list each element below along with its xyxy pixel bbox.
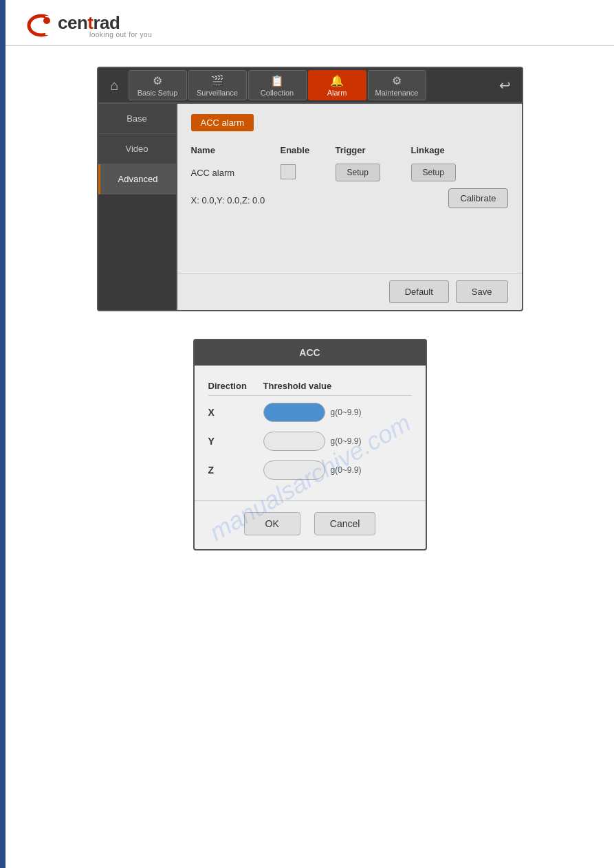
col-header-trigger: Trigger: [336, 145, 411, 155]
panel-footer: Default Save: [177, 273, 522, 310]
dialog-footer: OK Cancel: [195, 500, 426, 549]
home-button[interactable]: ⌂: [101, 71, 129, 99]
dir-y-label: Y: [208, 436, 263, 447]
logo: centrad looking out for you: [26, 12, 593, 38]
alarm-tag: ACC alarm: [191, 114, 254, 131]
tab-maintenance-label: Maintenance: [375, 89, 419, 97]
tab-surveillance-label: Surveillance: [197, 89, 238, 97]
collection-icon: 📋: [270, 74, 284, 87]
dir-x-label: X: [208, 407, 263, 418]
col-header-name: Name: [191, 145, 281, 155]
main-content-inner: ACC alarm Name Enable Trigger Linkage AC…: [177, 104, 522, 273]
logo-icon: [26, 13, 56, 38]
dir-z-input-group: g(0~9.9): [263, 460, 412, 480]
svg-point-2: [43, 17, 50, 24]
trigger-setup-button[interactable]: Setup: [336, 164, 380, 181]
coordinates-text: X: 0.0,Y: 0.0,Z: 0.0: [191, 195, 265, 205]
alarm-settings-panel: ⌂ ⚙ Basic Setup 🎬 Surveillance 📋 Collect…: [97, 67, 523, 311]
unit-z: g(0~9.9): [331, 465, 362, 475]
col-header-linkage: Linkage: [411, 145, 508, 155]
calibrate-button[interactable]: Calibrate: [448, 188, 507, 208]
maintenance-icon: ⚙: [392, 74, 402, 87]
cancel-button[interactable]: Cancel: [314, 512, 376, 535]
dialog-table-header: Direction Threshold value: [208, 377, 412, 396]
tab-collection[interactable]: 📋 Collection: [248, 70, 307, 100]
unit-y: g(0~9.9): [331, 436, 362, 446]
alarm-table-header: Name Enable Trigger Linkage: [191, 142, 508, 158]
sidebar-item-video[interactable]: Video: [98, 134, 176, 164]
threshold-z-input[interactable]: [263, 460, 325, 480]
dialog-col-direction: Direction: [208, 381, 263, 391]
nav-tabs: ⚙ Basic Setup 🎬 Surveillance 📋 Collectio…: [129, 70, 492, 100]
surveillance-icon: 🎬: [210, 74, 224, 87]
acc-dialog: ACC Direction Threshold value X g(0~9.9): [193, 339, 427, 550]
threshold-x-input[interactable]: [263, 403, 325, 422]
main-content: ⌂ ⚙ Basic Setup 🎬 Surveillance 📋 Collect…: [6, 46, 614, 571]
tab-alarm-label: Alarm: [327, 89, 347, 97]
save-button[interactable]: Save: [456, 280, 508, 303]
tab-basic-setup-label: Basic Setup: [138, 89, 178, 97]
logo-tagline: looking out for you: [89, 31, 152, 38]
tab-alarm[interactable]: 🔔 Alarm: [308, 70, 366, 100]
dialog-body: Direction Threshold value X g(0~9.9) Y: [195, 366, 426, 500]
tab-collection-label: Collection: [261, 89, 294, 97]
default-button[interactable]: Default: [389, 280, 449, 303]
sidebar-item-base[interactable]: Base: [98, 104, 176, 134]
threshold-y-input[interactable]: [263, 432, 325, 451]
row-enable: [281, 164, 336, 181]
dialog-title: ACC: [195, 340, 426, 366]
page-wrapper: centrad looking out for you ⌂ ⚙ Basic Se…: [0, 0, 614, 868]
alarm-icon: 🔔: [330, 74, 344, 87]
tab-surveillance[interactable]: 🎬 Surveillance: [188, 70, 247, 100]
row-name: ACC alarm: [191, 168, 281, 178]
ok-button[interactable]: OK: [244, 512, 300, 535]
unit-x: g(0~9.9): [331, 408, 362, 417]
dialog-col-threshold: Threshold value: [263, 381, 412, 391]
tab-basic-setup[interactable]: ⚙ Basic Setup: [129, 70, 187, 100]
dialog-row-x: X g(0~9.9): [208, 403, 412, 422]
dir-z-label: Z: [208, 465, 263, 476]
dir-x-input-group: g(0~9.9): [263, 403, 412, 422]
row-linkage: Setup: [411, 164, 508, 181]
basic-setup-icon: ⚙: [153, 74, 162, 87]
dialog-row-z: Z g(0~9.9): [208, 460, 412, 480]
linkage-setup-button[interactable]: Setup: [411, 164, 456, 181]
sidebar-video-label: Video: [125, 144, 148, 154]
sidebar-base-label: Base: [127, 113, 147, 124]
alarm-table-row: ACC alarm Setup Setup: [191, 164, 508, 181]
enable-checkbox[interactable]: [281, 164, 296, 179]
dir-y-input-group: g(0~9.9): [263, 432, 412, 451]
panel-main: ACC alarm Name Enable Trigger Linkage AC…: [177, 104, 522, 310]
header: centrad looking out for you: [6, 0, 614, 46]
col-header-enable: Enable: [281, 145, 336, 155]
dialog-row-y: Y g(0~9.9): [208, 432, 412, 451]
panel-body: Base Video Advanced ACC alarm: [98, 104, 522, 310]
sidebar-advanced-label: Advanced: [118, 174, 158, 184]
sidebar: Base Video Advanced: [98, 104, 177, 310]
sidebar-item-advanced[interactable]: Advanced: [98, 164, 176, 194]
tab-maintenance[interactable]: ⚙ Maintenance: [368, 70, 426, 100]
coords-row: X: 0.0,Y: 0.0,Z: 0.0 Calibrate: [191, 188, 508, 208]
row-trigger: Setup: [336, 164, 411, 181]
nav-bar: ⌂ ⚙ Basic Setup 🎬 Surveillance 📋 Collect…: [98, 68, 522, 104]
back-button[interactable]: ↩: [492, 71, 519, 99]
